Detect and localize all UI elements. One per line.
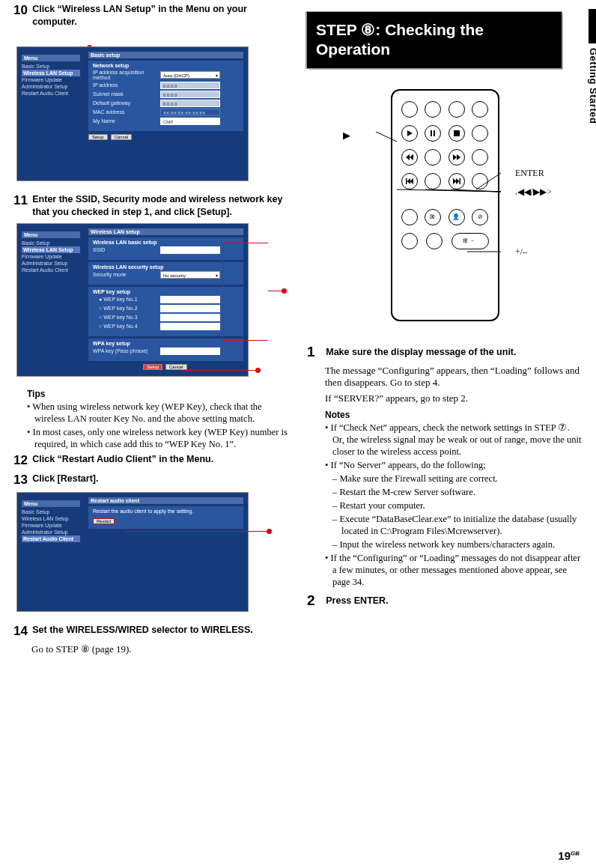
ss-menu-item: Administrator Setup: [22, 529, 80, 535]
ss-row-label: MAC address: [93, 109, 160, 115]
ss-menu-item: Wireless LAN Setup: [22, 515, 80, 522]
ss-wpa-field: [160, 347, 220, 355]
remote-enter-button: [425, 173, 441, 189]
ss-menu-item-wlan: Wireless LAN Setup: [22, 70, 80, 76]
ss-row-field: 0.0.0.0: [160, 82, 220, 89]
svg-marker-11: [453, 178, 457, 184]
step-10-text: Click “Wireless LAN Setup” in the Menu o…: [32, 3, 288, 28]
step-2-number: 2: [307, 592, 323, 609]
svg-line-18: [397, 189, 501, 192]
svg-rect-3: [454, 130, 460, 136]
ss-section-header: WPA key setup: [93, 341, 239, 346]
svg-rect-2: [434, 130, 435, 136]
notes-header: Notes: [325, 410, 583, 420]
ss-body-text: Restart the audio client to apply the se…: [93, 509, 239, 514]
svg-rect-13: [459, 178, 460, 184]
screenshot-basic-setup: Menu Basic Setup Wireless LAN Setup Firm…: [16, 46, 249, 181]
remote-label-prevnext: .◀◀/▶▶>: [515, 186, 552, 198]
ss-wep-label: WEP key No.2: [103, 306, 137, 311]
remote-button: ⊞+: [425, 209, 441, 225]
tip-item: • In most cases, only one wireless netwo…: [27, 426, 289, 450]
callout-line: [126, 531, 268, 532]
ss-row-label: IP address acquisition method: [93, 70, 160, 80]
ss-panel-header: Network setup: [93, 63, 239, 68]
ss-row-label: IP address: [93, 82, 160, 88]
svg-rect-8: [406, 178, 407, 184]
remote-button: [472, 125, 488, 142]
remote-button: [472, 101, 488, 118]
page-number: 19GB: [558, 849, 580, 862]
svg-rect-1: [431, 130, 432, 136]
remote-button: [472, 149, 488, 166]
page-number-value: 19: [558, 849, 571, 862]
ss-menu-item: Firmware Update: [22, 253, 80, 260]
remote-pause-button: [425, 125, 441, 142]
callout-line: [268, 291, 283, 291]
ss-row-field: Auto (DHCP): [160, 71, 220, 79]
step-14-text: Set the WIRELESS/WIRED selector to WIREL…: [32, 624, 288, 637]
ss-row-label: My Name: [93, 118, 160, 124]
step-14-body: Go to STEP ⑧ (page 19).: [31, 643, 289, 656]
svg-marker-9: [407, 178, 410, 184]
ss-menu-item: Firmware Update: [22, 522, 80, 529]
svg-marker-6: [453, 154, 457, 160]
ss-wep-field: [160, 323, 220, 330]
ss-menu-item: Administrator Setup: [22, 83, 80, 90]
svg-marker-10: [410, 178, 413, 184]
ss-row-field: 0.0.0.0: [160, 91, 220, 98]
ss-menu-item: Firmware Update: [22, 76, 80, 83]
note-subitem: – Make sure the Firewall setting are cor…: [332, 473, 583, 485]
callout-dot: [255, 368, 261, 373]
remote-stop-button: [448, 125, 465, 142]
remote-label-play: ▶: [343, 130, 350, 142]
ss-wep-label: WEP key No.1: [103, 297, 137, 302]
ss-restart-button: Restart: [93, 518, 115, 524]
ss-body-title: Wireless LAN setup: [88, 228, 243, 235]
note-item: • If “Check Net” appears, check the netw…: [325, 422, 583, 458]
ss-setup-button: Setup: [88, 134, 108, 140]
callout-dot: [267, 529, 272, 534]
svg-marker-7: [457, 154, 460, 160]
screenshot-wireless-setup: Menu Basic Setup Wireless LAN Setup Firm…: [16, 223, 249, 377]
ss-section-header: WEP key setup: [93, 289, 239, 294]
ss-menu-title: Menu: [22, 55, 80, 61]
ss-wep-field: [160, 305, 220, 312]
page-number-suffix: GB: [571, 850, 580, 857]
note-subitem: – Input the wireless network key numbers…: [332, 538, 583, 550]
step-10-number: 10: [13, 3, 30, 18]
remote-button: [426, 233, 443, 249]
step-12-number: 12: [13, 453, 30, 468]
left-column: 10 Click “Wireless LAN Setup” in the Men…: [13, 0, 298, 658]
ss-row-field: 0.0.0.0: [160, 100, 220, 107]
callout-dot: [282, 288, 287, 294]
remote-button: [401, 233, 418, 249]
note-item: • If “No Server” appears, do the followi…: [325, 459, 583, 471]
callout-line: [223, 243, 224, 340]
ss-menu-item: Administrator Setup: [22, 260, 80, 267]
ss-menu-item: Wireless LAN Setup: [22, 246, 80, 253]
remote-play-button: [401, 125, 418, 142]
svg-marker-12: [456, 178, 460, 184]
ss-row-field: XX:XX:XX:XX:XX:XX: [160, 109, 220, 116]
step-1-body2: If “SERVER?” appears, go to step 2.: [325, 392, 583, 405]
note-subitem: – Execute “DataBaseClear.exe” to initial…: [332, 513, 583, 537]
side-tab-marker: [589, 9, 596, 43]
ss-row-field: CMP: [160, 118, 220, 125]
ss-section-header: Wireless LAN basic setup: [93, 240, 239, 245]
step-11-text: Enter the SSID, Security mode and wirele…: [32, 193, 288, 219]
section-side-label: Getting Started: [588, 48, 596, 124]
remote-label-plusminus: +/–: [515, 246, 527, 258]
tips-header: Tips: [27, 389, 289, 399]
ss-menu-item: Restart Audio Client: [22, 90, 80, 97]
ss-menu-item: Basic Setup: [22, 240, 80, 246]
step-11-number: 11: [13, 193, 30, 208]
step-2-text: Press ENTER.: [326, 592, 582, 607]
remote-label-enter: ENTER: [515, 168, 544, 179]
callout-line: [223, 243, 268, 243]
ss-ssid-field: [160, 246, 220, 254]
ss-row-label: Default gateway: [93, 100, 160, 106]
remote-button: [401, 209, 418, 225]
remote-diagram: ▶ ENTER .◀◀/▶▶> +/–: [307, 89, 583, 321]
step-12-text: Click “Restart Audio Client” in the Menu…: [32, 453, 288, 466]
ss-section-header: Wireless LAN security setup: [93, 264, 239, 270]
